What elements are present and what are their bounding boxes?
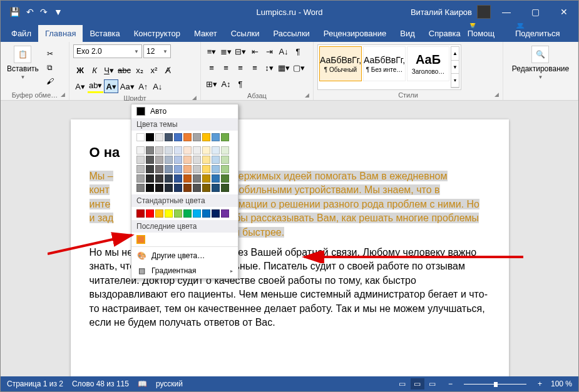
color-swatch[interactable] — [221, 184, 229, 192]
color-swatch[interactable] — [202, 184, 210, 192]
user-account[interactable]: Виталий Каиров — [411, 5, 491, 19]
color-swatch[interactable] — [183, 209, 192, 218]
color-swatch[interactable] — [165, 133, 173, 141]
paste-button[interactable]: 📋 Вставить ▼ — [4, 44, 41, 90]
color-swatch[interactable] — [136, 174, 145, 183]
color-swatch[interactable] — [155, 156, 163, 164]
undo-icon[interactable]: ↶ — [26, 7, 34, 17]
color-swatch[interactable] — [174, 184, 182, 192]
color-swatch[interactable] — [183, 165, 192, 173]
style-heading1[interactable]: АаБЗаголово… — [407, 46, 449, 81]
color-swatch[interactable] — [183, 184, 192, 192]
zoom-slider[interactable] — [464, 384, 526, 384]
color-swatch[interactable] — [146, 165, 154, 173]
editing-button[interactable]: 🔍 Редактирование ▼ — [510, 44, 571, 90]
language-indicator[interactable]: русский — [156, 379, 183, 388]
tab-mailings[interactable]: Рассылки — [266, 25, 316, 42]
font-name-combo[interactable]: Exo 2.0▼ — [73, 44, 142, 58]
color-swatch[interactable] — [193, 146, 201, 154]
color-swatch[interactable] — [165, 165, 173, 173]
color-swatch[interactable] — [165, 184, 173, 192]
color-swatch[interactable] — [146, 184, 154, 192]
color-swatch[interactable] — [212, 146, 220, 154]
copy-button[interactable]: ⧉ — [44, 61, 56, 74]
subscript-button[interactable]: x₂ — [133, 63, 146, 77]
show-marks-button[interactable]: ¶ — [291, 44, 305, 58]
gallery-up-icon[interactable]: ▲ — [451, 47, 459, 61]
page-indicator[interactable]: Страница 1 из 2 — [7, 379, 63, 388]
color-swatch[interactable] — [136, 209, 145, 218]
color-swatch[interactable] — [202, 156, 210, 164]
color-swatch[interactable] — [193, 174, 201, 183]
color-swatch[interactable] — [183, 133, 192, 141]
shrink-font-button[interactable]: A↓ — [151, 79, 165, 93]
color-swatch[interactable] — [136, 133, 145, 141]
color-swatch[interactable] — [165, 156, 173, 164]
superscript-button[interactable]: x² — [147, 63, 161, 77]
close-button[interactable]: ✕ — [550, 1, 578, 23]
print-layout-button[interactable]: ▭ — [411, 378, 424, 389]
change-case-button[interactable]: Aa▾ — [119, 79, 136, 93]
color-swatch[interactable] — [221, 146, 229, 154]
text-effects-button[interactable]: A▾ — [73, 79, 87, 93]
color-swatch[interactable] — [146, 174, 154, 183]
color-swatch[interactable] — [212, 156, 220, 164]
italic-button[interactable]: К — [88, 63, 101, 77]
sort-button[interactable]: A↓ — [277, 44, 290, 58]
gradient-fill[interactable]: ▤ Градиентная ▸ — [131, 263, 238, 278]
color-swatch[interactable] — [155, 146, 163, 154]
more-colors[interactable]: 🎨 Другие цвета… — [131, 248, 238, 263]
color-swatch[interactable] — [174, 174, 182, 183]
align-center-button[interactable]: ≡ — [219, 61, 233, 74]
color-swatch[interactable] — [136, 184, 145, 192]
style-no-spacing[interactable]: АаБбВвГг,¶ Без инте… — [363, 46, 406, 81]
color-swatch[interactable] — [193, 156, 201, 164]
color-swatch[interactable] — [155, 165, 163, 173]
color-swatch[interactable] — [146, 133, 154, 141]
decrease-indent-button[interactable]: ⇤ — [248, 44, 262, 58]
bold-button[interactable]: Ж — [73, 63, 87, 77]
underline-button[interactable]: Ч▾ — [102, 63, 116, 77]
redo-icon[interactable]: ↷ — [40, 7, 48, 17]
zoom-out-button[interactable]: − — [448, 379, 453, 388]
align-right-button[interactable]: ≡ — [233, 61, 247, 74]
color-swatch[interactable] — [146, 146, 154, 154]
color-swatch[interactable] — [221, 156, 229, 164]
color-swatch[interactable] — [193, 165, 201, 173]
word-count[interactable]: Слово 48 из 115 — [72, 379, 129, 388]
spell-check-icon[interactable]: 📖 — [138, 379, 147, 388]
color-swatch[interactable] — [146, 156, 154, 164]
color-swatch[interactable] — [165, 146, 173, 154]
zoom-in-button[interactable]: + — [538, 379, 542, 388]
gallery-more-icon[interactable]: ▾ — [451, 74, 459, 88]
increase-indent-button[interactable]: ⇥ — [262, 44, 276, 58]
color-swatch[interactable] — [174, 209, 182, 218]
minimize-button[interactable]: — — [492, 1, 521, 23]
font-size-combo[interactable]: 12▼ — [143, 44, 171, 58]
grow-font-button[interactable]: A↑ — [136, 79, 150, 93]
tab-design[interactable]: Конструктор — [127, 25, 187, 42]
tab-layout[interactable]: Макет — [187, 25, 224, 42]
color-swatch[interactable] — [202, 174, 210, 183]
tab-view[interactable]: Вид — [393, 25, 422, 42]
pilcrow-button[interactable]: ¶ — [233, 77, 247, 91]
color-swatch[interactable] — [183, 146, 192, 154]
web-layout-button[interactable]: ▭ — [426, 378, 439, 389]
color-swatch[interactable] — [183, 156, 192, 164]
maximize-button[interactable]: ▢ — [521, 1, 550, 23]
highlight-button[interactable]: ab▾ — [88, 79, 103, 93]
color-swatch[interactable] — [221, 165, 229, 173]
justify-button[interactable]: ≡ — [248, 61, 262, 74]
color-swatch[interactable] — [202, 146, 210, 154]
color-swatch[interactable] — [174, 165, 182, 173]
color-swatch[interactable] — [174, 146, 182, 154]
gallery-down-icon[interactable]: ▼ — [451, 61, 459, 74]
color-swatch[interactable] — [221, 209, 229, 218]
color-swatch[interactable] — [193, 209, 201, 218]
numbering-button[interactable]: ≣▾ — [219, 44, 233, 58]
zoom-level[interactable]: 100 % — [551, 379, 572, 388]
color-swatch[interactable] — [174, 133, 182, 141]
color-swatch[interactable] — [212, 165, 220, 173]
color-swatch[interactable] — [202, 133, 210, 141]
style-normal[interactable]: АаБбВвГг,¶ Обычный — [319, 46, 362, 81]
